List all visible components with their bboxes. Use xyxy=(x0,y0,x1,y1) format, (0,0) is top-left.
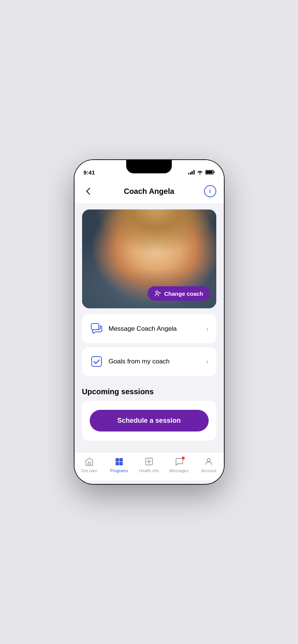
nav-account[interactable]: Account xyxy=(197,456,220,473)
chat-icon xyxy=(90,322,103,336)
coach-image-container: Change coach xyxy=(82,209,216,308)
svg-rect-9 xyxy=(204,221,207,293)
nav-get-care[interactable]: Get care xyxy=(78,456,101,473)
message-coach-card[interactable]: Message Coach Angela › xyxy=(82,314,216,343)
nav-programs-label: Programs xyxy=(110,468,128,473)
nav-health-info-label: Health info xyxy=(139,468,159,473)
svg-rect-35 xyxy=(92,357,101,366)
nav-programs[interactable]: Programs xyxy=(108,456,130,473)
svg-point-21 xyxy=(128,243,170,289)
nav-messages-label: Messages xyxy=(170,468,189,473)
svg-point-33 xyxy=(156,291,158,293)
svg-point-27 xyxy=(155,260,159,264)
svg-point-24 xyxy=(140,261,142,263)
goals-label: Goals from my coach xyxy=(109,358,170,365)
svg-point-18 xyxy=(119,247,140,289)
phone-screen: 9:41 xyxy=(74,160,224,484)
svg-point-28 xyxy=(156,261,158,263)
info-button[interactable]: i xyxy=(204,185,216,197)
svg-point-26 xyxy=(154,260,160,264)
nav-get-care-label: Get care xyxy=(81,468,97,473)
svg-rect-34 xyxy=(91,324,99,330)
messages-badge xyxy=(181,456,185,460)
wifi-icon xyxy=(197,170,203,174)
svg-rect-40 xyxy=(119,462,123,465)
svg-rect-4 xyxy=(86,217,89,293)
svg-point-17 xyxy=(122,221,176,282)
schedule-session-button[interactable]: Schedule a session xyxy=(90,410,209,431)
goals-card[interactable]: Goals from my coach › xyxy=(82,347,216,376)
nav-health-info[interactable]: Health info xyxy=(138,456,160,473)
grid-icon xyxy=(114,456,124,467)
svg-point-10 xyxy=(198,209,216,244)
header: Coach Angela i xyxy=(74,179,224,203)
message-coach-label: Message Coach Angela xyxy=(109,325,177,333)
svg-point-31 xyxy=(155,275,157,277)
svg-rect-36 xyxy=(88,462,90,465)
svg-rect-2 xyxy=(206,171,212,174)
page-title: Coach Angela xyxy=(124,187,174,196)
signal-bars-icon xyxy=(188,170,195,174)
svg-rect-37 xyxy=(116,458,119,462)
change-coach-button[interactable]: Change coach xyxy=(147,286,210,301)
phone-frame: 9:41 xyxy=(74,160,224,484)
svg-point-30 xyxy=(141,275,143,277)
svg-point-16 xyxy=(125,239,173,290)
svg-rect-39 xyxy=(116,462,119,465)
svg-point-11 xyxy=(198,209,216,230)
person-switch-icon xyxy=(154,290,161,297)
person-icon xyxy=(203,456,214,467)
home-icon xyxy=(84,456,95,467)
svg-point-13 xyxy=(111,284,145,308)
svg-rect-8 xyxy=(192,213,196,297)
chevron-right-icon-2: › xyxy=(206,358,209,366)
nav-account-label: Account xyxy=(201,468,216,473)
status-time: 9:41 xyxy=(84,169,95,176)
back-button[interactable] xyxy=(82,185,94,197)
svg-rect-1 xyxy=(214,171,214,173)
svg-point-6 xyxy=(82,251,94,260)
status-icons xyxy=(188,170,215,174)
sessions-card: Schedule a session xyxy=(82,401,216,441)
message-icon xyxy=(174,456,184,467)
svg-point-22 xyxy=(138,260,144,264)
svg-point-7 xyxy=(82,236,94,244)
health-icon xyxy=(144,456,154,467)
nav-messages[interactable]: Messages xyxy=(168,456,190,473)
battery-icon xyxy=(205,170,215,174)
svg-rect-5 xyxy=(97,225,100,293)
svg-point-25 xyxy=(141,261,142,262)
svg-point-42 xyxy=(207,458,210,462)
checkmark-square-icon xyxy=(90,355,103,368)
svg-point-23 xyxy=(139,260,143,264)
chevron-right-icon: › xyxy=(206,325,209,333)
svg-point-20 xyxy=(126,227,172,261)
bottom-navigation: Get care Programs xyxy=(74,452,224,481)
svg-point-29 xyxy=(157,261,158,262)
change-coach-label: Change coach xyxy=(164,290,203,297)
svg-point-19 xyxy=(158,247,179,289)
upcoming-sessions-header: Upcoming sessions xyxy=(74,380,224,401)
phone-notch xyxy=(126,160,172,173)
svg-rect-38 xyxy=(119,458,123,462)
